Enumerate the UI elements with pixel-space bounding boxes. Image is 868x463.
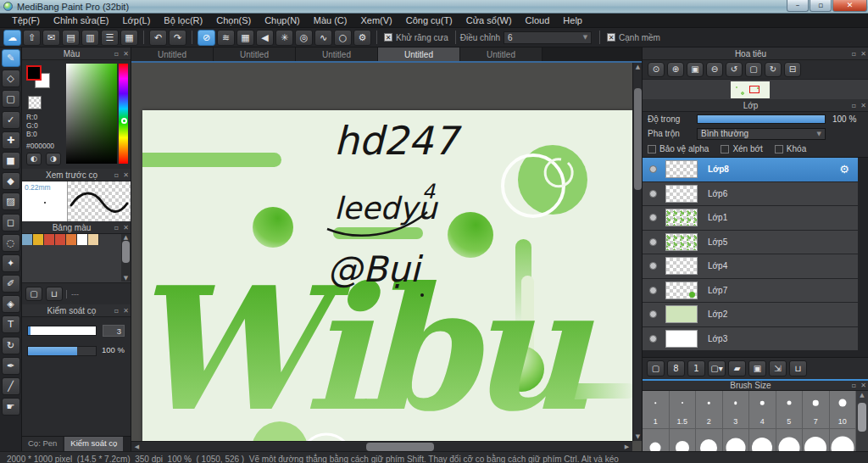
popout-icon[interactable]: ▫ (112, 307, 121, 315)
brush-opacity-slider[interactable] (27, 346, 97, 356)
brush-size-cell[interactable]: 5 (776, 391, 803, 428)
brush-size-cell[interactable] (749, 429, 776, 451)
snap-off-button[interactable]: ⊘ (198, 30, 215, 46)
popout-icon[interactable]: ▫ (112, 171, 121, 179)
menu-item[interactable]: Chỉnh sửa(E) (47, 14, 115, 28)
document-tab[interactable]: Untitled (214, 47, 296, 61)
nav-lock-rotation-button[interactable]: ⊟ (784, 62, 801, 77)
layer-visibility-toggle[interactable] (649, 190, 657, 198)
palette-swatch[interactable] (55, 234, 66, 245)
brush-size-cell[interactable] (830, 429, 856, 451)
layer-row[interactable]: Lớp2 ⚙ (643, 303, 858, 327)
layer-visibility-toggle[interactable] (649, 335, 657, 343)
nav-zoom-out-button[interactable]: ⊖ (706, 62, 723, 77)
vertical-scroll-thumb[interactable] (634, 88, 642, 190)
palette-swatch[interactable] (44, 234, 55, 245)
lasso-tool[interactable]: ◌ (2, 234, 20, 252)
snap-grid-button[interactable]: ▦ (236, 30, 254, 46)
blend-mode-dropdown[interactable]: Bình thường ▼ (697, 128, 826, 140)
layer-visibility-toggle[interactable] (649, 238, 657, 246)
layer-row[interactable]: Lớp3 ⚙ (643, 327, 858, 352)
popout-icon[interactable]: ▫ (112, 50, 121, 58)
brush-size-cell[interactable] (670, 429, 696, 451)
layer-row[interactable]: Lớp4 ⚙ (643, 254, 858, 279)
comment-button[interactable]: ▤ (62, 30, 80, 46)
nav-rotate-ccw-button[interactable]: ↺ (726, 62, 743, 77)
add-color-button[interactable]: ▢ (25, 287, 42, 301)
document-tab[interactable]: Untitled (378, 47, 460, 61)
text-tool[interactable]: T (2, 315, 20, 333)
brush-size-value[interactable]: 3 (103, 325, 125, 337)
brush-size-cell[interactable]: 10 (830, 391, 856, 428)
navigator-viewport-rect[interactable] (749, 86, 760, 93)
fill-shape-tool[interactable]: ■ (2, 152, 20, 170)
brush-size-cell[interactable] (803, 429, 829, 451)
brush-size-cell[interactable]: 4 (749, 391, 776, 428)
maximize-button[interactable]: ▫ (810, 0, 832, 12)
scroll-down-icon[interactable]: ▼ (633, 433, 643, 440)
magic-wand-tool[interactable]: ✦ (2, 254, 20, 272)
transparent-color-swatch[interactable] (28, 96, 42, 109)
canvas-horizontal-scrollbar[interactable]: ◀ ▶ (131, 441, 632, 451)
brush-size-cell[interactable] (776, 429, 803, 451)
scroll-down-icon[interactable]: ▼ (121, 275, 131, 282)
nav-zoom-button[interactable]: ⊙ (648, 62, 665, 77)
layer-row[interactable]: Lớp5 ⚙ (643, 231, 858, 255)
close-icon[interactable]: ✕ (859, 382, 868, 389)
nav-fit-button[interactable]: ▣ (687, 62, 704, 77)
tab-brush-control[interactable]: Kiểm soát cọ (64, 437, 123, 451)
snap-concentric-button[interactable]: ◎ (295, 30, 313, 46)
brush-tool[interactable]: ✎ (2, 49, 20, 67)
scroll-up-icon[interactable]: ▲ (121, 234, 131, 241)
menu-item[interactable]: Help (556, 14, 589, 28)
horizontal-scroll-thumb[interactable] (366, 443, 434, 451)
layer-row[interactable]: Lớp6 ⚙ (643, 182, 858, 207)
new-1bit-layer-button[interactable]: 1 (687, 360, 705, 377)
delete-color-button[interactable]: ⊔ (46, 287, 63, 301)
message-button[interactable]: ✉ (42, 30, 60, 46)
marker-tool[interactable]: ✒ (2, 357, 20, 375)
popout-icon[interactable]: ▫ (849, 50, 859, 58)
snap-vanishing-point-button[interactable]: ◀ (256, 30, 274, 46)
select-pen-tool[interactable]: ✐ (2, 275, 20, 293)
brush-size-cell[interactable]: 1.5 (670, 391, 696, 428)
menu-item[interactable]: Bộ lọc(R) (157, 14, 209, 28)
publish-button[interactable]: ⇧ (23, 30, 41, 46)
new-folder-button[interactable]: ▰ (728, 360, 746, 377)
nav-rotate-cw-button[interactable]: ↻ (765, 62, 782, 77)
menu-item[interactable]: Cửa sổ(W) (459, 14, 519, 28)
protect-alpha-checkbox[interactable]: Bảo vệ alpha (648, 144, 709, 153)
canvas[interactable]: Wibu hd247 leedyu 4 @Bụi (142, 110, 632, 441)
popout-icon[interactable]: ▫ (112, 224, 121, 232)
brush-size-cell[interactable] (643, 429, 669, 451)
layer-visibility-toggle[interactable] (649, 310, 657, 318)
document-tab[interactable]: Untitled (296, 47, 378, 61)
nav-zoom-in-button[interactable]: ⊕ (667, 62, 684, 77)
rotate-tool[interactable]: ↻ (2, 337, 20, 354)
undo-button[interactable]: ↶ (149, 30, 167, 46)
snap-parallel-button[interactable]: ≋ (217, 30, 235, 46)
close-icon[interactable]: ✕ (121, 50, 131, 58)
popout-icon[interactable]: ▫ (849, 382, 859, 389)
menu-item[interactable]: Xem(V) (353, 14, 398, 28)
brush-size-scrollbar[interactable]: ▲ ▼ (856, 391, 868, 451)
select-rect-tool[interactable]: ◻ (2, 214, 20, 232)
brush-size-cell[interactable] (723, 429, 749, 451)
adjust-dropdown[interactable]: 6 ▼ (504, 31, 592, 44)
popout-icon[interactable]: ▫ (849, 102, 859, 109)
brush-size-cell[interactable]: 1 (643, 391, 669, 428)
color-wheel-button[interactable]: ◐ (26, 153, 42, 165)
eyedropper-tool[interactable]: ╱ (2, 377, 20, 395)
navigator-thumbnail[interactable] (731, 81, 770, 98)
close-icon[interactable]: ✕ (859, 50, 868, 58)
close-icon[interactable]: ✕ (859, 102, 868, 109)
snap-pen-tool[interactable]: ✓ (2, 111, 20, 129)
new-8bit-layer-button[interactable]: 8 (667, 360, 685, 377)
close-icon[interactable]: ✕ (121, 224, 131, 232)
snap-settings-button[interactable]: ⚙ (353, 30, 371, 46)
tab-brush-pen[interactable]: Cọ: Pen (22, 437, 63, 451)
snap-curve-button[interactable]: ∿ (314, 30, 332, 46)
palette-swatch[interactable] (88, 234, 99, 245)
snap-radial-button[interactable]: ✳ (275, 30, 293, 46)
merge-layer-button[interactable]: ⇲ (769, 360, 787, 377)
